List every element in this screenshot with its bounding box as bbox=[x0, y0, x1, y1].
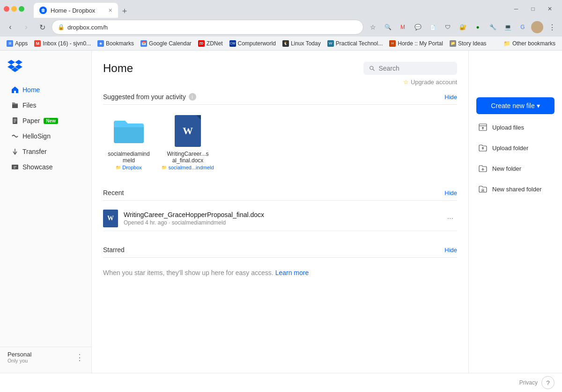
bookmark-apps[interactable]: ⊞ Apps bbox=[4, 39, 30, 48]
url-bar[interactable]: 🔒 dropbox.com/h bbox=[52, 20, 363, 35]
bookmark-linux[interactable]: 🐧 Linux Today bbox=[280, 39, 324, 48]
recent-item-info: WritingCareer_GraceHopperProposal_final.… bbox=[124, 211, 438, 226]
sidebar-item-hellosign[interactable]: HelloSign bbox=[4, 129, 88, 144]
suggested-docx-location: 📁 socialmed...indmeld bbox=[162, 165, 214, 170]
sidebar-item-files[interactable]: Files bbox=[4, 98, 88, 113]
dropbox-logo[interactable] bbox=[0, 56, 91, 82]
app-container: Home Files Paper New HelloSign Tra bbox=[0, 51, 562, 373]
bookmark-zdnet[interactable]: ZD ZDNet bbox=[195, 39, 226, 48]
privacy-button[interactable]: Privacy bbox=[519, 379, 538, 386]
new-tab-button[interactable]: + bbox=[118, 5, 131, 18]
bookmark-calendar[interactable]: 📅 Google Calendar bbox=[138, 39, 194, 48]
new-shared-folder-icon bbox=[478, 184, 488, 194]
new-shared-folder-item[interactable]: New shared folder bbox=[476, 181, 555, 196]
docs-extension-icon[interactable]: 📄 bbox=[426, 21, 439, 34]
svg-line-6 bbox=[373, 69, 375, 71]
tab-close-icon[interactable]: ✕ bbox=[108, 7, 112, 14]
sidebar-hellosign-label: HelloSign bbox=[22, 132, 51, 140]
suggested-header: Suggested from your activity i Hide bbox=[103, 89, 457, 105]
bookmarks-icon: ★ bbox=[97, 40, 104, 47]
recent-title: Recent bbox=[103, 189, 124, 196]
restore-window-button[interactable]: □ bbox=[526, 2, 540, 15]
forward-button[interactable]: › bbox=[20, 21, 33, 34]
active-tab[interactable]: Home - Dropbox ✕ bbox=[34, 3, 118, 18]
sidebar-item-paper[interactable]: Paper New bbox=[4, 113, 88, 128]
folder-icon-wrapper bbox=[112, 114, 146, 148]
bookmark-computerworld[interactable]: CW Computerworld bbox=[227, 39, 279, 48]
personal-name: Personal bbox=[7, 351, 31, 358]
minimize-window-button[interactable]: ─ bbox=[510, 2, 523, 15]
upgrade-link[interactable]: Upgrade account bbox=[411, 79, 457, 86]
sidebar-item-home[interactable]: Home bbox=[4, 82, 88, 97]
sidebar-item-transfer[interactable]: Transfer bbox=[4, 144, 88, 159]
recent-item-name: WritingCareer_GraceHopperProposal_final.… bbox=[124, 211, 438, 218]
bookmark-practical[interactable]: W Practical Technol... bbox=[325, 39, 386, 48]
word-doc-icon: W bbox=[175, 115, 201, 147]
bookmark-calendar-label: Google Calendar bbox=[149, 40, 192, 47]
reload-button[interactable]: ↻ bbox=[36, 21, 49, 34]
sidebar-home-label: Home bbox=[22, 86, 40, 94]
bookmark-zdnet-label: ZDNet bbox=[207, 40, 223, 47]
recent-file-icon: W bbox=[103, 211, 118, 226]
recent-hide-btn[interactable]: Hide bbox=[444, 189, 457, 196]
horde-icon: H bbox=[389, 40, 396, 47]
main-content: Home ☆ Upgrade account S bbox=[92, 51, 468, 373]
extension-4[interactable]: 🛡 bbox=[441, 21, 454, 34]
upload-files-label: Upload files bbox=[492, 124, 524, 131]
suggested-item-folder[interactable]: socialmediamindmeld 📁 Dropbox bbox=[103, 110, 155, 174]
search-extension-icon[interactable]: 🔍 bbox=[381, 21, 394, 34]
main-header: Home bbox=[92, 51, 468, 79]
close-button[interactable] bbox=[4, 6, 9, 12]
upload-folder-item[interactable]: Upload folder bbox=[476, 140, 555, 155]
starred-hide-btn[interactable]: Hide bbox=[444, 247, 457, 254]
sidebar-item-showcase[interactable]: Showcase bbox=[4, 160, 88, 174]
help-button[interactable]: ? bbox=[541, 376, 555, 389]
bookmark-cw-label: Computerworld bbox=[238, 40, 276, 47]
suggested-hide-btn[interactable]: Hide bbox=[444, 94, 457, 101]
recent-item-more-btn[interactable]: ··· bbox=[444, 212, 457, 225]
bookmark-bookmarks[interactable]: ★ Bookmarks bbox=[95, 39, 137, 48]
sidebar-files-label: Files bbox=[22, 102, 37, 109]
extension-5[interactable]: 🔐 bbox=[456, 21, 469, 34]
suggested-item-docx[interactable]: W WritingCareer...sal_final.docx 📁 socia… bbox=[162, 110, 214, 174]
chrome-menu[interactable]: ⋮ bbox=[545, 21, 558, 34]
extension-8[interactable]: 💻 bbox=[501, 21, 514, 34]
learn-more-link[interactable]: Learn more bbox=[275, 269, 309, 276]
bookmark-horde-label: Horde :: My Portal bbox=[398, 40, 443, 47]
recent-item-meta: Opened 4 hr. ago · socialmediamindmeld bbox=[124, 219, 438, 226]
new-folder-item[interactable]: New folder bbox=[476, 161, 555, 176]
search-input[interactable] bbox=[378, 65, 451, 72]
sidebar-bottom: Personal Only you ⋮ bbox=[0, 347, 91, 367]
create-new-file-button[interactable]: Create new file ▾ bbox=[476, 97, 555, 114]
minimize-button[interactable] bbox=[11, 6, 17, 12]
bookmark-story[interactable]: 📁 Story Ideas bbox=[447, 39, 489, 48]
upload-files-item[interactable]: Upload files bbox=[476, 120, 555, 135]
hangouts-extension-icon[interactable]: 💬 bbox=[411, 21, 424, 34]
bookmark-star-icon[interactable]: ☆ bbox=[366, 21, 379, 34]
info-icon[interactable]: i bbox=[189, 93, 196, 101]
recent-item[interactable]: W WritingCareer_GraceHopperProposal_fina… bbox=[103, 206, 457, 231]
extension-6[interactable]: ● bbox=[471, 21, 484, 34]
svg-point-8 bbox=[482, 189, 484, 191]
extension-7[interactable]: 🔧 bbox=[486, 21, 499, 34]
search-icon bbox=[369, 65, 375, 72]
bottom-bar: Privacy ? bbox=[0, 373, 562, 392]
upload-folder-icon bbox=[478, 143, 488, 152]
sidebar: Home Files Paper New HelloSign Tra bbox=[0, 51, 92, 373]
page-title: Home bbox=[103, 62, 133, 75]
suggested-docx-name: WritingCareer...sal_final.docx bbox=[166, 151, 210, 164]
gmail-extension-icon[interactable]: M bbox=[396, 21, 409, 34]
suggested-section: Suggested from your activity i Hide bbox=[103, 89, 457, 174]
sidebar-more-icon[interactable]: ⋮ bbox=[75, 352, 84, 363]
bookmark-other[interactable]: 📁 Other bookmarks bbox=[501, 39, 558, 48]
close-window-button[interactable]: ✕ bbox=[543, 2, 556, 15]
back-button[interactable]: ‹ bbox=[4, 21, 17, 34]
profile-avatar[interactable] bbox=[531, 21, 543, 33]
bookmark-inbox[interactable]: M Inbox (16) - sjvn0... bbox=[31, 39, 94, 48]
bookmark-horde[interactable]: H Horde :: My Portal bbox=[386, 39, 446, 48]
address-bar-right: ☆ 🔍 M 💬 📄 🛡 🔐 ● 🔧 💻 G ⋮ bbox=[366, 21, 558, 34]
calendar-icon: 📅 bbox=[140, 40, 147, 47]
maximize-button[interactable] bbox=[19, 6, 24, 12]
chrome-profile[interactable]: G bbox=[516, 21, 529, 34]
search-bar[interactable] bbox=[363, 62, 457, 75]
